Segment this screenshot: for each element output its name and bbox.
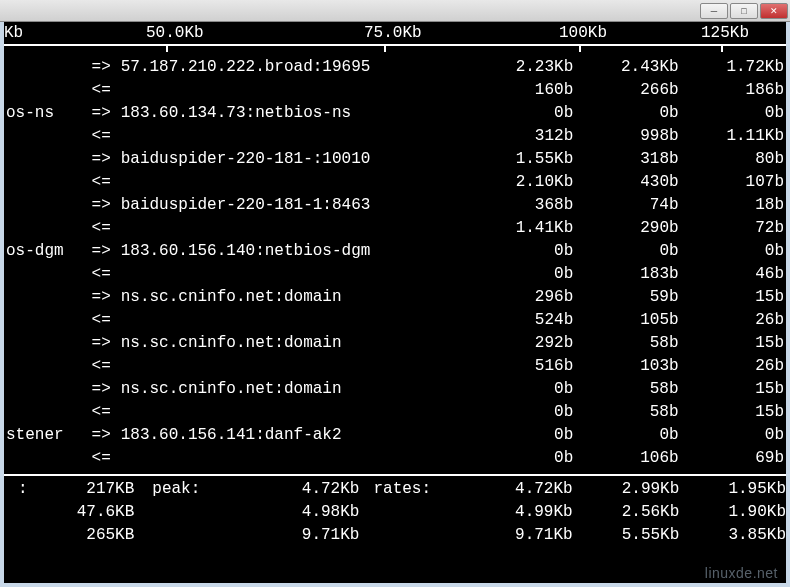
- rate-40s: 46b: [681, 263, 786, 286]
- remote-host: 183.60.156.140:netbios-dgm: [119, 240, 470, 263]
- rate-40s: 18b: [681, 194, 786, 217]
- local-host: [4, 378, 84, 401]
- direction-arrow: =>: [84, 424, 119, 447]
- direction-arrow: <=: [84, 447, 119, 470]
- remote-host: ns.sc.cninfo.net:domain: [119, 378, 470, 401]
- rate-10s: 430b: [575, 171, 680, 194]
- local-host: [4, 447, 84, 470]
- local-host: [4, 401, 84, 424]
- rates-label: rates:: [359, 478, 466, 501]
- direction-arrow: =>: [84, 286, 119, 309]
- direction-arrow: =>: [84, 102, 119, 125]
- rate-col-3: 1.90Kb: [679, 501, 786, 524]
- remote-host: ns.sc.cninfo.net:domain: [119, 286, 470, 309]
- bandwidth-scale-ticks: [4, 44, 786, 56]
- close-button[interactable]: ✕: [760, 3, 788, 19]
- rate-10s: 266b: [575, 79, 680, 102]
- direction-arrow: <=: [84, 355, 119, 378]
- local-host: [4, 332, 84, 355]
- stats-label: [4, 524, 28, 547]
- rate-40s: 15b: [681, 378, 786, 401]
- rate-2s: 0b: [470, 401, 575, 424]
- direction-arrow: <=: [84, 217, 119, 240]
- rate-2s: 2.10Kb: [470, 171, 575, 194]
- rate-2s: 0b: [470, 424, 575, 447]
- remote-host: 57.187.210.222.broad:19695: [119, 56, 470, 79]
- connection-row: =>baiduspider-220-181-:100101.55Kb318b80…: [4, 148, 786, 171]
- direction-arrow: <=: [84, 171, 119, 194]
- stats-row: 265KB9.71Kb9.71Kb5.55Kb3.85Kb: [4, 524, 786, 547]
- local-host: [4, 217, 84, 240]
- rate-col-1: 9.71Kb: [466, 524, 573, 547]
- rate-40s: 1.72Kb: [681, 56, 786, 79]
- local-host: [4, 148, 84, 171]
- rate-10s: 0b: [575, 240, 680, 263]
- rate-2s: 0b: [470, 378, 575, 401]
- local-host: [4, 309, 84, 332]
- remote-host: [119, 263, 470, 286]
- rate-2s: 2.23Kb: [470, 56, 575, 79]
- scale-label: 75.0Kb: [364, 24, 422, 42]
- rate-40s: 0b: [681, 102, 786, 125]
- connection-row: <=0b183b46b: [4, 263, 786, 286]
- rate-col-2: 2.99Kb: [573, 478, 680, 501]
- connection-row: os-ns=>183.60.134.73:netbios-ns0b0b0b: [4, 102, 786, 125]
- peak-label: [134, 524, 241, 547]
- rate-40s: 0b: [681, 424, 786, 447]
- rate-col-1: 4.72Kb: [466, 478, 573, 501]
- rate-10s: 106b: [575, 447, 680, 470]
- connection-row: <=160b266b186b: [4, 79, 786, 102]
- stats-row: :217KBpeak:4.72Kbrates:4.72Kb2.99Kb1.95K…: [4, 478, 786, 501]
- minimize-button[interactable]: ─: [700, 3, 728, 19]
- rate-2s: 0b: [470, 240, 575, 263]
- scale-line: [4, 44, 786, 46]
- remote-host: ns.sc.cninfo.net:domain: [119, 332, 470, 355]
- rate-40s: 72b: [681, 217, 786, 240]
- rate-40s: 186b: [681, 79, 786, 102]
- connection-row: <=312b998b1.11Kb: [4, 125, 786, 148]
- direction-arrow: <=: [84, 125, 119, 148]
- cumulative: 217KB: [28, 478, 135, 501]
- maximize-button[interactable]: □: [730, 3, 758, 19]
- rate-2s: 368b: [470, 194, 575, 217]
- scale-tick: [384, 44, 386, 52]
- remote-host: [119, 447, 470, 470]
- rate-40s: 1.11Kb: [681, 125, 786, 148]
- connection-list: =>57.187.210.222.broad:196952.23Kb2.43Kb…: [4, 56, 786, 470]
- remote-host: baiduspider-220-181-:10010: [119, 148, 470, 171]
- window-titlebar: ─ □ ✕: [0, 0, 790, 22]
- rate-2s: 1.55Kb: [470, 148, 575, 171]
- rate-10s: 58b: [575, 332, 680, 355]
- remote-host: baiduspider-220-181-1:8463: [119, 194, 470, 217]
- direction-arrow: =>: [84, 378, 119, 401]
- peak-value: 4.98Kb: [241, 501, 359, 524]
- rate-40s: 80b: [681, 148, 786, 171]
- rate-2s: 0b: [470, 263, 575, 286]
- direction-arrow: =>: [84, 56, 119, 79]
- direction-arrow: =>: [84, 194, 119, 217]
- rate-10s: 2.43Kb: [575, 56, 680, 79]
- remote-host: [119, 171, 470, 194]
- connection-row: =>ns.sc.cninfo.net:domain296b59b15b: [4, 286, 786, 309]
- rate-40s: 26b: [681, 309, 786, 332]
- local-host: [4, 56, 84, 79]
- rate-10s: 74b: [575, 194, 680, 217]
- direction-arrow: <=: [84, 79, 119, 102]
- stats-label: :: [4, 478, 28, 501]
- cumulative: 47.6KB: [28, 501, 135, 524]
- remote-host: [119, 125, 470, 148]
- terminal-output: Kb50.0Kb75.0Kb100Kb125Kb =>57.187.210.22…: [0, 22, 790, 587]
- remote-host: [119, 401, 470, 424]
- rate-col-2: 2.56Kb: [573, 501, 680, 524]
- local-host: [4, 263, 84, 286]
- direction-arrow: =>: [84, 332, 119, 355]
- direction-arrow: <=: [84, 263, 119, 286]
- rate-40s: 107b: [681, 171, 786, 194]
- rates-label: [359, 524, 466, 547]
- stats-row: 47.6KB4.98Kb4.99Kb2.56Kb1.90Kb: [4, 501, 786, 524]
- connection-row: <=0b106b69b: [4, 447, 786, 470]
- local-host: os-dgm: [4, 240, 84, 263]
- rates-label: [359, 501, 466, 524]
- rate-40s: 15b: [681, 332, 786, 355]
- remote-host: [119, 217, 470, 240]
